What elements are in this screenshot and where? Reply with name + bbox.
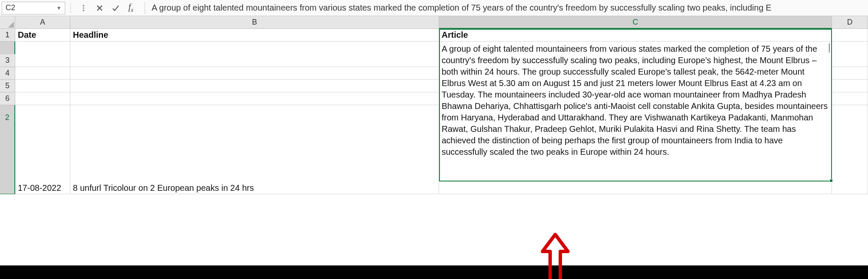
cell-b6[interactable] <box>70 92 439 105</box>
name-box-value: C2 <box>6 3 15 12</box>
row-header-4[interactable]: 4 <box>0 67 15 80</box>
cell-a1[interactable]: Date <box>15 29 70 42</box>
cell-d6[interactable] <box>832 92 868 105</box>
cell-d1[interactable] <box>832 29 868 42</box>
svg-point-1 <box>83 7 84 9</box>
chevron-down-icon[interactable]: ▼ <box>56 5 61 11</box>
divider <box>145 2 145 14</box>
cell-c2[interactable]: A group of eight talented mountaineers f… <box>439 42 832 194</box>
svg-point-0 <box>83 5 84 6</box>
enter-check-icon[interactable] <box>111 4 120 12</box>
formula-input[interactable]: A group of eight talented mountaineers f… <box>152 2 866 14</box>
vertical-dots-icon[interactable] <box>79 4 88 12</box>
cell-a4[interactable] <box>15 67 70 80</box>
bottom-black-bar <box>0 265 868 279</box>
row-header-3[interactable]: 3 <box>0 54 15 67</box>
cell-a6[interactable] <box>15 92 70 105</box>
header-date: Date <box>18 30 36 40</box>
formula-bar: C2 ▼ fx A group of eight talented mounta… <box>0 0 868 16</box>
svg-point-2 <box>83 9 84 11</box>
cell-d3[interactable] <box>832 54 868 67</box>
header-headline: Headline <box>73 30 108 40</box>
col-header-d[interactable]: D <box>832 16 868 29</box>
row-header-1[interactable]: 1 <box>0 29 15 42</box>
cell-d5[interactable] <box>832 80 868 92</box>
cell-b1[interactable]: Headline <box>70 29 439 42</box>
row-header-6[interactable]: 6 <box>0 92 15 105</box>
cell-b3[interactable] <box>70 54 439 67</box>
select-all-corner[interactable] <box>0 16 15 29</box>
cancel-icon[interactable] <box>95 4 104 12</box>
col-header-c[interactable]: C <box>439 16 832 29</box>
cell-a5[interactable] <box>15 80 70 92</box>
cell-c1[interactable]: Article <box>439 29 832 42</box>
divider <box>70 3 71 14</box>
name-box[interactable]: C2 ▼ <box>2 2 65 14</box>
cell-b2-value: 8 unfurl Tricolour on 2 European peaks i… <box>73 183 254 193</box>
cell-d4[interactable] <box>832 67 868 80</box>
row-header-5[interactable]: 5 <box>0 80 15 92</box>
cell-c2-value: A group of eight talented mountaineers f… <box>442 43 829 158</box>
header-article: Article <box>442 30 468 40</box>
spreadsheet-grid[interactable]: A B C D 1 Date Headline Article 2 17-08-… <box>0 16 868 105</box>
col-header-b[interactable]: B <box>70 16 439 29</box>
cell-b4[interactable] <box>70 67 439 80</box>
formula-text: A group of eight talented mountaineers f… <box>152 3 771 13</box>
cell-a2-value: 17-08-2022 <box>18 183 61 193</box>
cell-b5[interactable] <box>70 80 439 92</box>
col-header-a[interactable]: A <box>15 16 70 29</box>
fx-icon[interactable]: fx <box>128 2 135 14</box>
formula-bar-buttons: fx <box>77 2 138 14</box>
cell-a3[interactable] <box>15 54 70 67</box>
